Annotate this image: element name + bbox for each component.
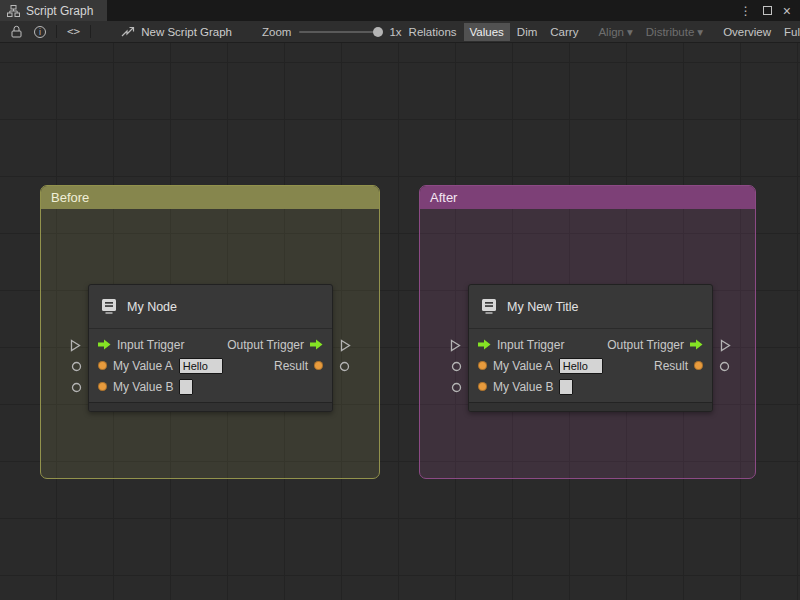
values-button[interactable]: Values: [464, 23, 510, 41]
script-graph-icon: [7, 5, 20, 17]
output-trigger-label: Output Trigger: [607, 338, 684, 352]
group-before-title: Before: [51, 190, 89, 205]
kebab-menu-icon[interactable]: ⋮: [740, 5, 752, 17]
node-rows: Input Trigger Output Trigger My Value A: [469, 329, 712, 397]
value-in-port-icon[interactable]: [478, 382, 487, 391]
node-my-node: My Node Input Trigger Output Trigger: [88, 284, 333, 412]
value-a-input[interactable]: [559, 358, 603, 374]
value-a-row: My Value A Result: [89, 355, 332, 376]
group-before-header[interactable]: Before: [41, 186, 379, 209]
value-b-input[interactable]: [179, 379, 193, 395]
value-out-port-icon[interactable]: [694, 361, 703, 370]
fullscreen-button[interactable]: Full Scr: [778, 23, 800, 41]
result-label: Result: [654, 359, 688, 373]
window-controls: ⋮ ×: [740, 0, 800, 21]
node-my-new-title: My New Title Input Trigger Output Trigge…: [468, 284, 713, 412]
graph-canvas[interactable]: Before After My Node: [0, 43, 800, 600]
value-b-label: My Value B: [113, 380, 173, 394]
lock-icon[interactable]: [5, 21, 28, 42]
value-input-port[interactable]: [451, 382, 462, 393]
graph-toolbar: i <> New Script Graph Zoom 1x Relations …: [0, 21, 800, 43]
toolbar-separator: [90, 25, 91, 38]
value-a-label: My Value A: [493, 359, 553, 373]
chevron-down-icon: ▾: [697, 25, 703, 39]
node-rows: Input Trigger Output Trigger My Value A: [89, 329, 332, 397]
input-trigger-label: Input Trigger: [497, 338, 564, 352]
distribute-button[interactable]: Distribute ▾: [640, 22, 709, 42]
trigger-row: Input Trigger Output Trigger: [469, 334, 712, 355]
zoom-value: 1x: [389, 26, 401, 38]
control-input-port[interactable]: [450, 339, 461, 352]
node-header[interactable]: My New Title: [469, 285, 712, 329]
value-in-port-icon[interactable]: [478, 361, 487, 370]
overview-button[interactable]: Overview: [717, 23, 777, 41]
node-title: My New Title: [507, 300, 579, 314]
value-input-port[interactable]: [71, 361, 82, 372]
align-button[interactable]: Align ▾: [592, 22, 638, 42]
graph-asset-icon: [121, 26, 135, 38]
value-b-label: My Value B: [493, 380, 553, 394]
tab-title: Script Graph: [26, 4, 93, 18]
control-output-port[interactable]: [720, 339, 731, 352]
dim-button[interactable]: Dim: [511, 23, 543, 41]
group-after-title: After: [430, 190, 457, 205]
toolbar-buttons: Relations Values Dim Carry Align ▾ Distr…: [402, 22, 800, 42]
group-after-header[interactable]: After: [420, 186, 755, 209]
zoom-slider[interactable]: [299, 31, 381, 33]
result-label: Result: [274, 359, 308, 373]
zoom-label: Zoom: [262, 26, 291, 38]
flow-in-icon[interactable]: [98, 339, 111, 350]
unit-icon: [100, 298, 118, 315]
value-in-port-icon[interactable]: [98, 361, 107, 370]
info-icon[interactable]: i: [28, 21, 52, 42]
control-output-port[interactable]: [340, 339, 351, 352]
toolbar-separator: [56, 25, 57, 38]
relations-button[interactable]: Relations: [403, 23, 463, 41]
value-b-input[interactable]: [559, 379, 573, 395]
node-footer: [469, 402, 712, 411]
output-trigger-label: Output Trigger: [227, 338, 304, 352]
value-input-port[interactable]: [451, 361, 462, 372]
value-a-label: My Value A: [113, 359, 173, 373]
value-input-port[interactable]: [71, 382, 82, 393]
node-title: My Node: [127, 300, 177, 314]
node-header[interactable]: My Node: [89, 285, 332, 329]
chevron-down-icon: ▾: [627, 25, 633, 39]
node-footer: [89, 402, 332, 411]
control-input-port[interactable]: [70, 339, 81, 352]
flow-out-icon[interactable]: [310, 339, 323, 350]
value-output-port[interactable]: [339, 361, 350, 372]
script-graph-window: Script Graph ⋮ × i <>: [0, 0, 800, 600]
trigger-row: Input Trigger Output Trigger: [89, 334, 332, 355]
graph-name: New Script Graph: [141, 26, 232, 38]
flow-out-icon[interactable]: [690, 339, 703, 350]
input-trigger-label: Input Trigger: [117, 338, 184, 352]
value-a-input[interactable]: [179, 358, 223, 374]
value-out-port-icon[interactable]: [314, 361, 323, 370]
carry-button[interactable]: Carry: [544, 23, 584, 41]
tab-script-graph[interactable]: Script Graph: [0, 0, 107, 21]
graph-breadcrumb[interactable]: New Script Graph: [121, 26, 232, 38]
unit-icon: [480, 298, 498, 315]
value-b-row: My Value B: [469, 376, 712, 397]
zoom-control: Zoom 1x: [262, 26, 402, 38]
close-icon[interactable]: ×: [783, 4, 791, 18]
value-a-row: My Value A Result: [469, 355, 712, 376]
flow-in-icon[interactable]: [478, 339, 491, 350]
maximize-icon[interactable]: [763, 6, 772, 15]
value-b-row: My Value B: [89, 376, 332, 397]
tab-bar: Script Graph ⋮ ×: [0, 0, 800, 21]
zoom-slider-knob[interactable]: [373, 27, 383, 37]
code-view-icon[interactable]: <>: [61, 21, 86, 42]
value-output-port[interactable]: [719, 361, 730, 372]
value-in-port-icon[interactable]: [98, 382, 107, 391]
